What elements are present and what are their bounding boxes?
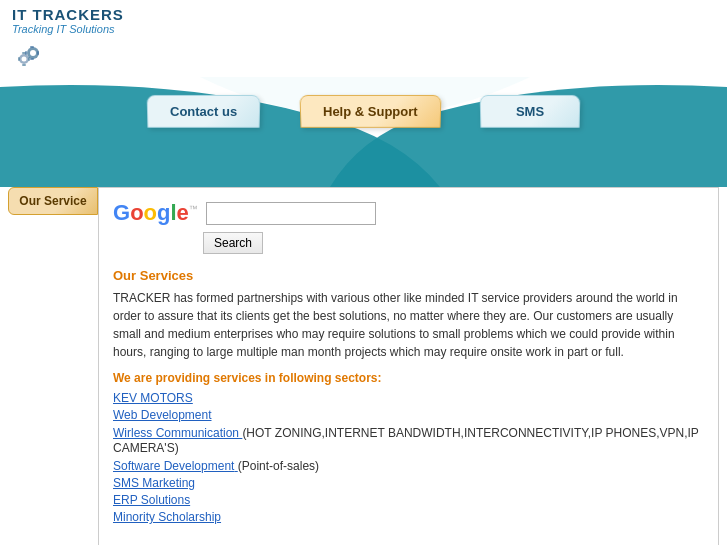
content-panel: Google™ Search Our Services TRACKER has … bbox=[98, 187, 719, 545]
svg-rect-5 bbox=[22, 64, 26, 66]
services-body: TRACKER has formed partnerships with var… bbox=[113, 289, 704, 361]
search-button[interactable]: Search bbox=[203, 232, 263, 254]
nav-tab-help[interactable]: Help & Support bbox=[299, 95, 441, 128]
service-links-list: KEV MOTORS Web Development Wirless Commu… bbox=[113, 391, 704, 524]
svg-point-1 bbox=[22, 57, 27, 62]
search-btn-row: Search bbox=[113, 232, 704, 254]
nav-tab-sms[interactable]: SMS bbox=[480, 95, 581, 128]
google-o2: o bbox=[144, 200, 157, 225]
link-minority[interactable]: Minority Scholarship bbox=[113, 510, 704, 524]
svg-rect-6 bbox=[18, 57, 20, 61]
link-software[interactable]: Software Development bbox=[113, 459, 238, 473]
svg-rect-10 bbox=[25, 51, 27, 55]
svg-rect-8 bbox=[30, 46, 34, 48]
providing-title: We are providing services in following s… bbox=[113, 371, 704, 385]
link-sms-marketing[interactable]: SMS Marketing bbox=[113, 476, 704, 490]
link-wirless-row: Wirless Communication (HOT ZONING,INTERN… bbox=[113, 425, 704, 455]
svg-rect-11 bbox=[37, 51, 39, 55]
svg-point-3 bbox=[30, 50, 36, 56]
services-title: Our Services bbox=[113, 268, 704, 283]
logo-text: IT TRACKERS Tracking IT Solutions bbox=[12, 6, 124, 35]
google-g: G bbox=[113, 200, 130, 225]
google-search-row: Google™ bbox=[113, 200, 704, 226]
google-logo: Google™ bbox=[113, 200, 198, 226]
link-wirless[interactable]: Wirless Communication bbox=[113, 426, 242, 440]
google-trademark: ™ bbox=[189, 204, 198, 214]
logo-area: IT TRACKERS Tracking IT Solutions bbox=[12, 6, 715, 35]
link-kev-motors[interactable]: KEV MOTORS bbox=[113, 391, 704, 405]
link-software-row: Software Development (Point-of-sales) bbox=[113, 458, 704, 473]
sidebar: Our Service bbox=[8, 187, 98, 545]
software-extra: (Point-of-sales) bbox=[238, 459, 319, 473]
site-title: IT TRACKERS bbox=[12, 6, 124, 23]
nav-area: Contact us Help & Support SMS bbox=[0, 77, 727, 187]
google-search-input[interactable] bbox=[206, 202, 376, 225]
link-web-dev[interactable]: Web Development bbox=[113, 408, 704, 422]
sidebar-item-our-service[interactable]: Our Service bbox=[8, 187, 98, 215]
site-subtitle: Tracking IT Solutions bbox=[12, 23, 124, 35]
gear-icon bbox=[12, 39, 715, 77]
svg-rect-7 bbox=[28, 57, 30, 61]
nav-tab-contact[interactable]: Contact us bbox=[146, 95, 260, 128]
google-e: e bbox=[177, 200, 189, 225]
google-g2: g bbox=[157, 200, 170, 225]
nav-tabs: Contact us Help & Support SMS bbox=[0, 95, 727, 128]
google-o1: o bbox=[130, 200, 143, 225]
link-erp[interactable]: ERP Solutions bbox=[113, 493, 704, 507]
svg-rect-9 bbox=[30, 58, 34, 60]
main-content: Our Service Google™ Search Our Services … bbox=[0, 187, 727, 545]
header: IT TRACKERS Tracking IT Solutions bbox=[0, 0, 727, 77]
